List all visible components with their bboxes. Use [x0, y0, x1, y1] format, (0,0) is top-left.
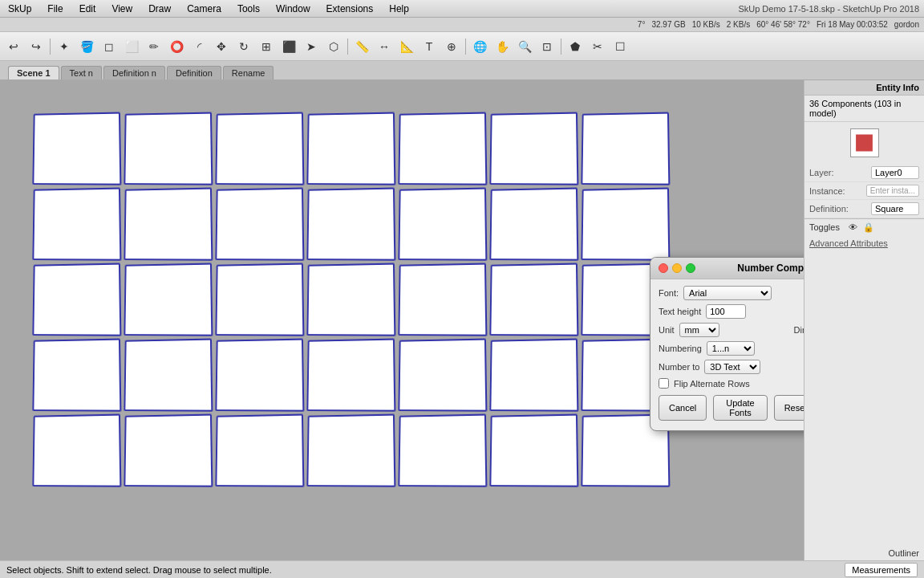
unit-select[interactable]: mm	[679, 323, 719, 337]
tab-def[interactable]: Definition	[167, 66, 221, 79]
component-square[interactable]	[124, 414, 213, 487]
toolbar-btn-orbit[interactable]: 🌐	[469, 36, 490, 57]
status-coords: 60° 46' 58° 72°	[756, 20, 810, 29]
component-square[interactable]	[489, 414, 578, 487]
component-square[interactable]	[215, 112, 304, 185]
toolbar-btn-follow[interactable]: ➤	[301, 36, 322, 57]
instance-value[interactable]: Enter insta...	[866, 185, 919, 197]
component-square[interactable]	[32, 339, 121, 412]
toolbar-btn-dim[interactable]: ↔	[374, 36, 395, 57]
text-height-input[interactable]	[706, 304, 746, 319]
update-fonts-button[interactable]: Update Fonts	[713, 395, 767, 421]
component-square[interactable]	[489, 188, 578, 261]
menu-tools[interactable]: Tools	[234, 3, 263, 14]
component-square[interactable]	[398, 112, 487, 185]
component-square[interactable]	[32, 414, 121, 487]
toolbar-btn-pan[interactable]: ✋	[492, 36, 513, 57]
menu-skup[interactable]: SkUp	[5, 3, 34, 14]
component-square[interactable]	[124, 263, 213, 336]
menu-draw[interactable]: Draw	[145, 3, 174, 14]
menu-camera[interactable]: Camera	[184, 3, 225, 14]
component-square[interactable]	[489, 263, 578, 336]
tab-rename[interactable]: Rename	[223, 66, 274, 79]
component-square[interactable]	[32, 112, 121, 185]
menu-window[interactable]: Window	[273, 3, 314, 14]
toolbar-btn-zoomfit[interactable]: ⊡	[537, 36, 557, 57]
dialog-close-btn[interactable]	[659, 263, 668, 273]
toolbar-btn-text[interactable]: T	[419, 36, 440, 57]
toolbar-btn-tape[interactable]: 📏	[351, 36, 372, 57]
component-square[interactable]	[398, 263, 487, 336]
component-square[interactable]	[398, 414, 487, 487]
component-square[interactable]	[306, 339, 395, 412]
toolbar-btn-scale[interactable]: ⊞	[256, 36, 277, 57]
component-square[interactable]	[398, 188, 487, 261]
component-square[interactable]	[489, 339, 578, 412]
layer-value[interactable]: Layer0	[871, 166, 919, 179]
advanced-attributes[interactable]: Advanced Attributes	[804, 236, 924, 250]
toolbar-btn-rect[interactable]: ⬜	[121, 36, 142, 57]
menu-extensions[interactable]: Extensions	[323, 3, 377, 14]
component-square[interactable]	[489, 112, 578, 185]
toolbar-btn-1[interactable]: ↩	[3, 36, 24, 57]
component-square[interactable]	[581, 188, 670, 261]
tab-defn[interactable]: Definition n	[103, 66, 165, 79]
eye-toggle-icon[interactable]: 👁	[849, 222, 857, 232]
component-square[interactable]	[215, 263, 304, 336]
component-square[interactable]	[398, 339, 487, 412]
component-square[interactable]	[124, 188, 213, 261]
component-square[interactable]	[215, 339, 304, 412]
dialog-checkboxes-row: Flip Alternate Rows Keep window open	[659, 378, 804, 389]
toolbar-btn-offset[interactable]: ⬡	[323, 36, 344, 57]
number-to-label: Number to	[659, 362, 699, 372]
number-to-select[interactable]: 3D Text	[704, 360, 760, 374]
menu-edit[interactable]: Edit	[76, 3, 99, 14]
component-square[interactable]	[215, 188, 304, 261]
toolbar-btn-axes[interactable]: ⊕	[441, 36, 462, 57]
toolbar-btn-move[interactable]: ✥	[211, 36, 232, 57]
component-square[interactable]	[32, 188, 121, 261]
component-square[interactable]	[306, 188, 395, 261]
cancel-button[interactable]: Cancel	[659, 395, 707, 421]
tab-scene1[interactable]: Scene 1	[8, 66, 59, 79]
toolbar-btn-xray[interactable]: ☐	[610, 36, 630, 57]
reset-button[interactable]: Reset	[774, 395, 804, 421]
flip-alternate-checkbox[interactable]	[659, 378, 669, 389]
component-square[interactable]	[124, 112, 213, 185]
toolbar-btn-erase[interactable]: ◻	[99, 36, 120, 57]
toolbar-btn-solid[interactable]: ⬟	[565, 36, 586, 57]
numbering-select[interactable]: 1...n	[707, 341, 755, 356]
instance-row: Instance: Enter insta...	[804, 182, 924, 200]
status-message: Select objects. Shift to extend select. …	[6, 565, 272, 575]
component-square[interactable]	[306, 414, 395, 487]
toolbar-btn-push[interactable]: ⬛	[278, 36, 299, 57]
toolbar-btn-section[interactable]: ✂	[587, 36, 608, 57]
font-select[interactable]: Arial	[683, 286, 772, 300]
definition-value[interactable]: Square	[871, 202, 919, 215]
menu-help[interactable]: Help	[386, 3, 412, 14]
toolbar-btn-rotate[interactable]: ↻	[233, 36, 254, 57]
toolbar-btn-paint[interactable]: 🪣	[76, 36, 97, 57]
toolbar-btn-circle[interactable]: ⭕	[166, 36, 187, 57]
component-square[interactable]	[124, 339, 213, 412]
canvas-area[interactable]: Number Component Font: Arial Style Plain	[0, 80, 804, 560]
tab-textn[interactable]: Text n	[61, 66, 102, 79]
component-square[interactable]	[306, 112, 395, 185]
lock-toggle-icon[interactable]: 🔒	[863, 222, 874, 232]
menu-view[interactable]: View	[108, 3, 136, 14]
status-storage: 32.97 GB	[651, 20, 685, 29]
toolbar: ↩ ↪ ✦ 🪣 ◻ ⬜ ✏ ⭕ ◜ ✥ ↻ ⊞ ⬛ ➤ ⬡ 📏 ↔ 📐 T ⊕ …	[0, 32, 924, 61]
component-square[interactable]	[306, 263, 395, 336]
toolbar-btn-protractor[interactable]: 📐	[396, 36, 417, 57]
toolbar-btn-select[interactable]: ✦	[54, 36, 75, 57]
component-square[interactable]	[581, 112, 670, 185]
toolbar-btn-2[interactable]: ↪	[26, 36, 47, 57]
outliner-button[interactable]: Outliner	[804, 546, 924, 560]
toolbar-btn-zoom[interactable]: 🔍	[514, 36, 535, 57]
menu-file[interactable]: File	[44, 3, 66, 14]
toolbar-btn-line[interactable]: ✏	[144, 36, 164, 57]
component-square[interactable]	[32, 263, 121, 336]
toolbar-btn-arc[interactable]: ◜	[188, 36, 209, 57]
measurements-box[interactable]: Measurements	[845, 563, 918, 577]
component-square[interactable]	[215, 414, 304, 487]
